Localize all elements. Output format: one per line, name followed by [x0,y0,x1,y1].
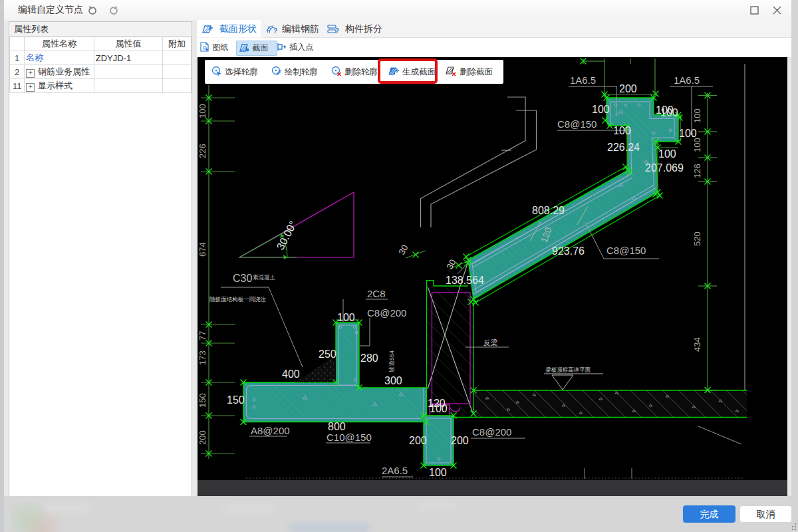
svg-text:434: 434 [692,337,702,352]
svg-text:2C8: 2C8 [367,288,386,299]
svg-text:200: 200 [619,83,637,94]
svg-text:200: 200 [198,430,207,445]
svg-text:梁板顶标高详平面: 梁板顶标高详平面 [545,366,591,373]
svg-text:400: 400 [282,368,300,380]
svg-text:C8@200: C8@200 [367,307,406,319]
svg-text:200: 200 [409,435,427,446]
svg-text:100: 100 [660,107,678,118]
svg-text:800: 800 [328,421,346,432]
svg-text:100: 100 [429,467,447,478]
svg-text:素混凝土: 素混凝土 [253,274,276,281]
svg-text:100: 100 [592,104,610,115]
svg-text:100: 100 [613,125,631,136]
svg-text:100: 100 [692,138,702,152]
svg-text:100: 100 [658,148,676,160]
svg-text:808.29: 808.29 [532,205,565,216]
svg-text:226: 226 [198,144,207,158]
svg-text:C10@150: C10@150 [327,432,372,443]
svg-text:100: 100 [337,312,355,323]
svg-text:300: 300 [384,375,402,386]
svg-text:1A6.5: 1A6.5 [674,74,700,86]
svg-text:100: 100 [198,104,207,118]
svg-text:C30: C30 [233,273,252,284]
svg-text:1A6.5: 1A6.5 [570,74,596,86]
svg-text:126: 126 [692,164,702,178]
svg-text:138.564: 138.564 [446,275,484,286]
svg-text:C8@150: C8@150 [606,245,646,256]
svg-text:173: 173 [198,350,207,365]
svg-text:?: ? [273,27,277,34]
svg-text:100: 100 [692,108,702,123]
svg-text:150: 150 [198,393,207,408]
svg-text:30: 30 [444,258,458,271]
svg-text:?: ? [335,27,339,34]
svg-text:随披面结构板一同浇注: 随披面结构板一同浇注 [209,296,267,303]
svg-text:反梁: 反梁 [483,338,498,346]
svg-text:226.24: 226.24 [607,142,640,153]
svg-text:C8@150: C8@150 [557,118,597,130]
svg-text:674: 674 [198,242,207,257]
svg-text:坡道554: 坡道554 [388,350,395,373]
svg-text:2A6.5: 2A6.5 [382,465,408,476]
svg-text:A8@200: A8@200 [251,425,290,436]
svg-text:250: 250 [319,348,336,360]
svg-text:77: 77 [198,331,207,340]
svg-text:100: 100 [679,128,697,139]
svg-text:280: 280 [360,352,378,364]
svg-text:923.76: 923.76 [552,245,585,257]
svg-text:C8@200: C8@200 [472,426,511,438]
svg-text:30: 30 [396,243,410,257]
svg-text:200: 200 [451,435,469,446]
svg-text:207.069: 207.069 [645,162,684,174]
svg-text:150: 150 [227,394,245,406]
svg-text:520: 520 [692,231,702,246]
svg-text:100: 100 [430,403,448,414]
